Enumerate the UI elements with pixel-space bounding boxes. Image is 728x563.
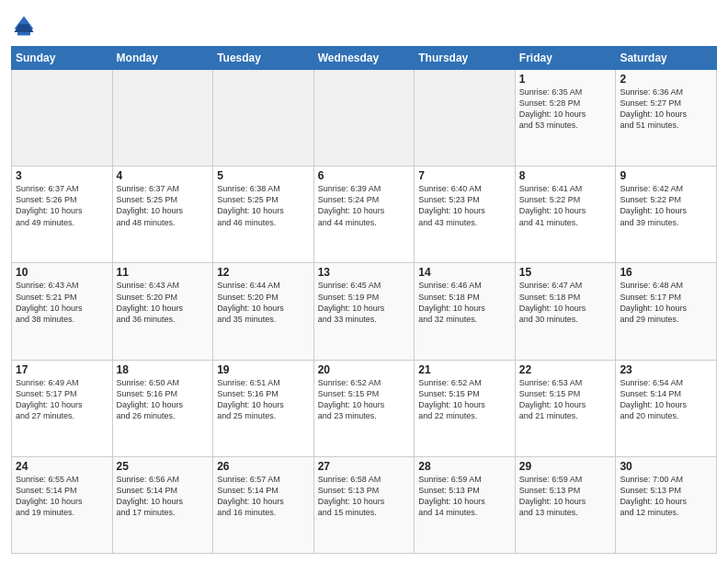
calendar-week-2: 10Sunrise: 6:43 AM Sunset: 5:21 PM Dayli… xyxy=(12,263,717,360)
day-info: Sunrise: 6:43 AM Sunset: 5:20 PM Dayligh… xyxy=(117,280,210,325)
day-info: Sunrise: 6:43 AM Sunset: 5:21 PM Dayligh… xyxy=(16,280,108,325)
day-info: Sunrise: 6:46 AM Sunset: 5:18 PM Dayligh… xyxy=(418,280,511,325)
calendar-cell: 12Sunrise: 6:44 AM Sunset: 5:20 PM Dayli… xyxy=(213,263,314,360)
day-number: 22 xyxy=(519,363,612,376)
day-number: 29 xyxy=(519,460,612,473)
day-number: 14 xyxy=(418,266,511,279)
day-info: Sunrise: 6:47 AM Sunset: 5:18 PM Dayligh… xyxy=(519,280,612,325)
day-number: 1 xyxy=(519,73,612,86)
day-number: 19 xyxy=(217,363,310,376)
day-number: 7 xyxy=(418,169,511,182)
day-info: Sunrise: 7:00 AM Sunset: 5:13 PM Dayligh… xyxy=(620,474,712,519)
header xyxy=(11,9,717,39)
calendar-cell: 27Sunrise: 6:58 AM Sunset: 5:13 PM Dayli… xyxy=(313,456,415,553)
day-info: Sunrise: 6:42 AM Sunset: 5:22 PM Dayligh… xyxy=(620,183,712,228)
calendar-cell: 30Sunrise: 7:00 AM Sunset: 5:13 PM Dayli… xyxy=(616,456,717,553)
calendar-week-0: 1Sunrise: 6:35 AM Sunset: 5:28 PM Daylig… xyxy=(12,70,717,167)
day-number: 10 xyxy=(16,266,108,279)
day-info: Sunrise: 6:48 AM Sunset: 5:17 PM Dayligh… xyxy=(620,280,712,325)
day-info: Sunrise: 6:54 AM Sunset: 5:14 PM Dayligh… xyxy=(620,377,712,422)
day-info: Sunrise: 6:53 AM Sunset: 5:15 PM Dayligh… xyxy=(519,377,612,422)
day-number: 6 xyxy=(318,169,411,182)
calendar-cell xyxy=(12,70,113,167)
day-info: Sunrise: 6:36 AM Sunset: 5:27 PM Dayligh… xyxy=(620,86,712,132)
calendar-cell: 19Sunrise: 6:51 AM Sunset: 5:16 PM Dayli… xyxy=(213,360,314,456)
day-number: 27 xyxy=(318,460,411,473)
day-number: 9 xyxy=(620,169,712,182)
calendar-cell: 16Sunrise: 6:48 AM Sunset: 5:17 PM Dayli… xyxy=(616,263,717,360)
calendar-cell: 29Sunrise: 6:59 AM Sunset: 5:13 PM Dayli… xyxy=(515,456,616,553)
day-info: Sunrise: 6:57 AM Sunset: 5:14 PM Dayligh… xyxy=(217,474,310,519)
logo xyxy=(11,13,40,39)
calendar-cell: 25Sunrise: 6:56 AM Sunset: 5:14 PM Dayli… xyxy=(112,456,213,553)
calendar-cell xyxy=(415,70,516,167)
day-number: 26 xyxy=(217,460,310,473)
calendar-cell: 22Sunrise: 6:53 AM Sunset: 5:15 PM Dayli… xyxy=(515,360,616,456)
calendar-header-thursday: Thursday xyxy=(415,47,516,70)
calendar-cell: 1Sunrise: 6:35 AM Sunset: 5:28 PM Daylig… xyxy=(515,70,616,167)
day-number: 8 xyxy=(519,169,612,182)
day-info: Sunrise: 6:39 AM Sunset: 5:24 PM Dayligh… xyxy=(318,183,411,228)
calendar-header-sunday: Sunday xyxy=(12,47,113,70)
day-info: Sunrise: 6:52 AM Sunset: 5:15 PM Dayligh… xyxy=(318,377,411,422)
calendar-cell: 14Sunrise: 6:46 AM Sunset: 5:18 PM Dayli… xyxy=(415,263,516,360)
day-number: 25 xyxy=(117,460,210,473)
calendar-cell: 18Sunrise: 6:50 AM Sunset: 5:16 PM Dayli… xyxy=(112,360,213,456)
calendar-cell: 21Sunrise: 6:52 AM Sunset: 5:15 PM Dayli… xyxy=(415,360,516,456)
calendar-header-tuesday: Tuesday xyxy=(213,47,314,70)
day-info: Sunrise: 6:44 AM Sunset: 5:20 PM Dayligh… xyxy=(217,280,310,325)
calendar-cell: 4Sunrise: 6:37 AM Sunset: 5:25 PM Daylig… xyxy=(112,167,213,263)
day-info: Sunrise: 6:37 AM Sunset: 5:25 PM Dayligh… xyxy=(117,183,210,228)
calendar-header-saturday: Saturday xyxy=(616,47,717,70)
calendar-table: SundayMondayTuesdayWednesdayThursdayFrid… xyxy=(11,46,717,554)
calendar-cell xyxy=(112,70,213,167)
calendar-cell: 11Sunrise: 6:43 AM Sunset: 5:20 PM Dayli… xyxy=(112,263,213,360)
day-info: Sunrise: 6:55 AM Sunset: 5:14 PM Dayligh… xyxy=(16,474,108,519)
calendar-cell: 28Sunrise: 6:59 AM Sunset: 5:13 PM Dayli… xyxy=(415,456,516,553)
day-number: 20 xyxy=(318,363,411,376)
calendar-header-wednesday: Wednesday xyxy=(313,47,415,70)
calendar-cell: 10Sunrise: 6:43 AM Sunset: 5:21 PM Dayli… xyxy=(12,263,113,360)
calendar-header-friday: Friday xyxy=(515,47,616,70)
day-number: 3 xyxy=(16,169,108,182)
calendar-cell xyxy=(313,70,415,167)
day-number: 24 xyxy=(16,460,108,473)
day-number: 15 xyxy=(519,266,612,279)
calendar-week-4: 24Sunrise: 6:55 AM Sunset: 5:14 PM Dayli… xyxy=(12,456,717,553)
calendar-cell: 9Sunrise: 6:42 AM Sunset: 5:22 PM Daylig… xyxy=(616,167,717,263)
day-number: 4 xyxy=(117,169,210,182)
calendar-week-3: 17Sunrise: 6:49 AM Sunset: 5:17 PM Dayli… xyxy=(12,360,717,456)
day-info: Sunrise: 6:52 AM Sunset: 5:15 PM Dayligh… xyxy=(418,377,511,422)
day-info: Sunrise: 6:51 AM Sunset: 5:16 PM Dayligh… xyxy=(217,377,310,422)
calendar-cell: 20Sunrise: 6:52 AM Sunset: 5:15 PM Dayli… xyxy=(313,360,415,456)
day-info: Sunrise: 6:45 AM Sunset: 5:19 PM Dayligh… xyxy=(318,280,411,325)
day-info: Sunrise: 6:37 AM Sunset: 5:26 PM Dayligh… xyxy=(16,183,108,228)
calendar-cell: 8Sunrise: 6:41 AM Sunset: 5:22 PM Daylig… xyxy=(515,167,616,263)
calendar-week-1: 3Sunrise: 6:37 AM Sunset: 5:26 PM Daylig… xyxy=(12,167,717,263)
day-number: 11 xyxy=(117,266,210,279)
calendar-cell: 3Sunrise: 6:37 AM Sunset: 5:26 PM Daylig… xyxy=(12,167,113,263)
day-number: 17 xyxy=(16,363,108,376)
calendar-cell: 5Sunrise: 6:38 AM Sunset: 5:25 PM Daylig… xyxy=(213,167,314,263)
calendar-cell: 24Sunrise: 6:55 AM Sunset: 5:14 PM Dayli… xyxy=(12,456,113,553)
day-info: Sunrise: 6:58 AM Sunset: 5:13 PM Dayligh… xyxy=(318,474,411,519)
calendar-cell: 26Sunrise: 6:57 AM Sunset: 5:14 PM Dayli… xyxy=(213,456,314,553)
day-info: Sunrise: 6:59 AM Sunset: 5:13 PM Dayligh… xyxy=(418,474,511,519)
day-info: Sunrise: 6:56 AM Sunset: 5:14 PM Dayligh… xyxy=(117,474,210,519)
day-number: 21 xyxy=(418,363,511,376)
day-info: Sunrise: 6:50 AM Sunset: 5:16 PM Dayligh… xyxy=(117,377,210,422)
day-number: 23 xyxy=(620,363,712,376)
day-info: Sunrise: 6:38 AM Sunset: 5:25 PM Dayligh… xyxy=(217,183,310,228)
day-number: 28 xyxy=(418,460,511,473)
day-info: Sunrise: 6:35 AM Sunset: 5:28 PM Dayligh… xyxy=(519,86,612,132)
calendar-cell: 15Sunrise: 6:47 AM Sunset: 5:18 PM Dayli… xyxy=(515,263,616,360)
day-number: 12 xyxy=(217,266,310,279)
day-info: Sunrise: 6:49 AM Sunset: 5:17 PM Dayligh… xyxy=(16,377,108,422)
calendar-cell: 13Sunrise: 6:45 AM Sunset: 5:19 PM Dayli… xyxy=(313,263,415,360)
day-number: 13 xyxy=(318,266,411,279)
calendar-cell: 23Sunrise: 6:54 AM Sunset: 5:14 PM Dayli… xyxy=(616,360,717,456)
svg-rect-2 xyxy=(17,32,30,36)
page: SundayMondayTuesdayWednesdayThursdayFrid… xyxy=(0,0,728,563)
day-info: Sunrise: 6:40 AM Sunset: 5:23 PM Dayligh… xyxy=(418,183,511,228)
calendar-header-row: SundayMondayTuesdayWednesdayThursdayFrid… xyxy=(12,47,717,70)
